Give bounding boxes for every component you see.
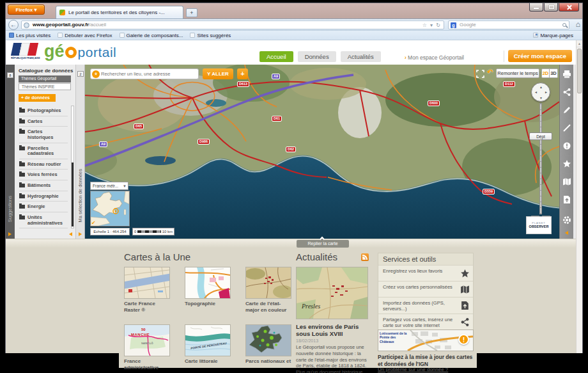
pan-left-icon[interactable]: ◄	[534, 90, 538, 94]
card-thumbnail[interactable]	[245, 267, 291, 299]
pan-down-icon[interactable]: ▼	[539, 96, 543, 100]
bookmark-item[interactable]: Sites suggérés	[190, 33, 231, 38]
territory-select[interactable]: France métr... ▼	[90, 182, 128, 190]
fullscreen-icon[interactable]	[476, 70, 484, 78]
bookmark-star-icon[interactable]: ☆	[422, 21, 427, 29]
measure-line-icon[interactable]	[562, 123, 571, 132]
featured-card-carte-littorale[interactable]: POINTE DE PENCHÂTEAU Carte littorale	[185, 324, 232, 365]
participate-title[interactable]: Participez à la mise à jour des cartes e…	[378, 354, 475, 367]
collapse-arrow-icon[interactable]	[565, 231, 568, 235]
star-icon[interactable]	[562, 159, 571, 168]
bookmark-item[interactable]: Galerie de composants...	[120, 33, 183, 38]
featured-card-etat-major[interactable]: Carte de l'état-major en couleur	[245, 267, 293, 313]
maximize-button[interactable]	[544, 3, 558, 12]
zoom-level-handle[interactable]: Dépt	[529, 132, 552, 140]
add-layer-button[interactable]: +	[237, 68, 248, 79]
reload-icon[interactable]: ↻	[436, 21, 440, 29]
sidebar-item-batiments[interactable]: Bâtiments	[19, 180, 68, 191]
pan-right-icon[interactable]: ►	[545, 90, 548, 94]
selection-panel-tab[interactable]: 2 Ma sélection de données	[76, 65, 85, 239]
map-search-bar[interactable]: *	[90, 68, 199, 79]
featured-card-parcs-nationaux[interactable]: Parcs nationaux et	[245, 324, 293, 365]
scrollbar-thumb[interactable]	[577, 49, 582, 93]
collapse-map-button[interactable]: Replier la carte	[297, 240, 349, 248]
sidebar-item-cartes[interactable]: Cartes	[19, 116, 68, 127]
printer-icon[interactable]	[562, 70, 571, 79]
back-button[interactable]: ←	[8, 20, 19, 30]
scrollbar-thumb[interactable]	[72, 163, 74, 226]
participate-link[interactable]: Un problème sur une donnée ?	[378, 367, 448, 372]
pan-up-icon[interactable]: ▲	[539, 85, 543, 89]
undo-icon[interactable]: ↶	[487, 68, 493, 76]
my-space-link[interactable]: › Mon espace Géoportail	[405, 54, 464, 61]
more-data-button[interactable]: + de données	[19, 94, 56, 102]
mode-3d-button[interactable]: 3D	[550, 68, 558, 78]
go-button[interactable]: Y ALLER	[203, 68, 233, 79]
time-travel-button[interactable]: Remonter le temps	[496, 68, 539, 78]
share-icon[interactable]	[562, 88, 571, 97]
participate-image[interactable]: Lotissement de la Pointe des Châteaux !	[378, 329, 474, 351]
catalogue-scrollbar[interactable]	[71, 106, 74, 228]
sidebar-item-energie[interactable]: Energie	[19, 202, 68, 212]
nav-accueil[interactable]: Accueil	[259, 51, 293, 62]
expand-arrow-icon[interactable]	[79, 232, 82, 236]
firefox-menu-button[interactable]: Firefox ▾	[8, 4, 45, 15]
service-item-import[interactable]: Importez des données (GPS, serveurs...)	[378, 297, 473, 313]
card-thumbnail[interactable]	[245, 324, 291, 356]
home-button[interactable]: ⌂	[576, 20, 580, 29]
map-icon[interactable]	[562, 177, 571, 186]
url-bar[interactable]: www.geoportail.gouv.fr/accueil ☆ ▾ ↻	[21, 20, 444, 29]
report-problem-icon[interactable]	[562, 141, 571, 150]
nav-actualites[interactable]: Actualités	[341, 51, 381, 62]
overview-map[interactable]: ✔	[90, 191, 130, 226]
geoportail-logo[interactable]: géportail	[44, 42, 116, 61]
bookmark-item[interactable]: Débuter avec Firefox	[58, 33, 112, 38]
new-tab-button[interactable]: +	[186, 8, 197, 17]
bookmarks-menu-button[interactable]: Marque-pages	[533, 33, 573, 38]
bookmark-item[interactable]: Les plus visités	[9, 33, 50, 38]
card-thumbnail[interactable]: 50 MANCHE SAINT-LÔ	[124, 324, 170, 356]
pan-compass[interactable]: ▲ ▼ ◄ ►	[531, 83, 550, 102]
sidebar-item-unites-administratives[interactable]: Unités administratives	[19, 212, 68, 228]
scroll-up-icon[interactable]: ▲	[576, 40, 582, 47]
expand-arrow-icon[interactable]	[8, 232, 12, 236]
url-dropdown-icon[interactable]: ▾	[430, 21, 433, 29]
news-article-title[interactable]: Les environs de Paris sous Louis XVIII	[296, 323, 368, 338]
zoom-slider[interactable]	[539, 103, 542, 214]
sidebar-item-parcelles[interactable]: Parcelles cadastrales	[19, 143, 68, 159]
close-button[interactable]	[559, 3, 579, 12]
pencil-icon[interactable]	[562, 106, 571, 115]
search-box[interactable]: g Google	[448, 20, 569, 29]
browser-tab[interactable]: Le portail des territoires et des citoye…	[56, 6, 183, 19]
collapse-arrow-icon[interactable]	[69, 232, 72, 236]
rss-icon[interactable]	[361, 253, 369, 261]
featured-card-france-administrative[interactable]: 50 MANCHE SAINT-LÔ France administrative	[124, 324, 171, 370]
card-thumbnail[interactable]	[185, 267, 231, 299]
page-scrollbar[interactable]: ▲	[576, 40, 582, 367]
card-thumbnail[interactable]	[124, 267, 170, 299]
tab-themes-inspire[interactable]: Thèmes INSPIRE	[19, 83, 71, 90]
service-item-custom-maps[interactable]: Créez vos cartes personnalisées	[378, 281, 473, 297]
import-icon[interactable]	[562, 195, 571, 204]
suggestions-panel-tab[interactable]: 8 Suggestions	[6, 65, 15, 239]
sidebar-item-cartes-historiques[interactable]: Cartes historiques	[19, 127, 68, 143]
nav-donnees[interactable]: Données	[298, 51, 336, 62]
service-item-share[interactable]: Partagez vos cartes, insérez une carte s…	[378, 313, 473, 330]
map-canvas[interactable]: A9 D51 D613 D65 D61 D62 D986 A9 D600 D11…	[85, 65, 559, 239]
card-thumbnail[interactable]: POINTE DE PENCHÂTEAU	[185, 324, 231, 356]
tab-themes-geoportail[interactable]: Thèmes Géoportail	[19, 75, 71, 83]
news-image[interactable]: Presles	[296, 267, 368, 319]
service-item-favorites[interactable]: Enregistrez vos lieux favoris	[378, 265, 473, 281]
map-search-input[interactable]	[101, 70, 197, 78]
sidebar-item-voies-ferrees[interactable]: Voies ferrées	[19, 170, 68, 180]
sidebar-item-reseau-routier[interactable]: Réseau routier	[19, 159, 68, 170]
mode-2d-button[interactable]: 2D	[541, 68, 550, 78]
featured-card-france-raster[interactable]: Carte France Raster ®	[124, 267, 171, 313]
sidebar-item-hydrographie[interactable]: Hydrographie	[19, 191, 68, 202]
featured-card-topographie[interactable]: Topographie	[185, 267, 232, 307]
geolocate-icon[interactable]: *	[92, 70, 100, 78]
settings-gear-icon[interactable]	[562, 216, 571, 225]
minimize-button[interactable]	[529, 3, 543, 12]
sidebar-item-photographies[interactable]: Photographies	[19, 106, 68, 116]
search-icon[interactable]	[562, 23, 566, 27]
